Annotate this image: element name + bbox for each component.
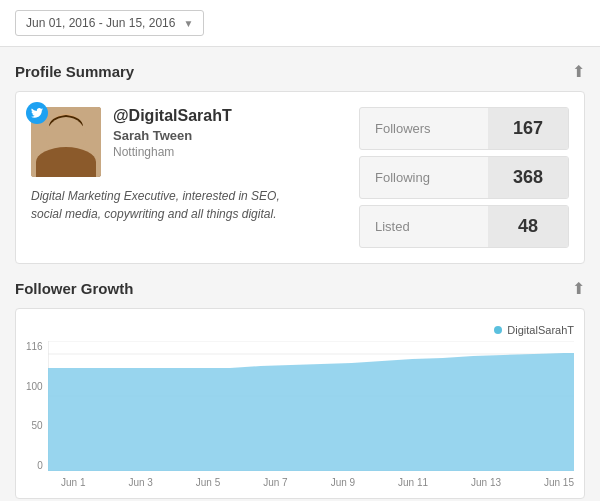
chart-section-header: Follower Growth ⬆: [15, 279, 585, 298]
x-label-jun3: Jun 3: [128, 477, 152, 488]
following-label: Following: [360, 160, 488, 195]
chart-svg-container: [48, 341, 574, 474]
y-label-0: 0: [37, 460, 43, 471]
date-range-label: Jun 01, 2016 - Jun 15, 2016: [26, 16, 175, 30]
stats-container: Followers 167 Following 368 Listed 48: [359, 107, 569, 248]
x-label-jun1: Jun 1: [61, 477, 85, 488]
y-axis: 116 100 50 0: [26, 341, 48, 471]
chart-card: DigitalSarahT 116 100 50 0: [15, 308, 585, 499]
follower-growth-section: Follower Growth ⬆ DigitalSarahT 116 100 …: [15, 279, 585, 499]
profile-top: @DigitalSarahT Sarah Tween Nottingham: [31, 107, 311, 177]
chart-legend: DigitalSarahT: [26, 324, 574, 336]
chevron-down-icon: ▼: [183, 18, 193, 29]
followers-stat: Followers 167: [359, 107, 569, 150]
legend-label: DigitalSarahT: [507, 324, 574, 336]
x-label-jun9: Jun 9: [331, 477, 355, 488]
chart-svg: [48, 341, 574, 471]
twitter-icon: [31, 108, 43, 118]
following-stat: Following 368: [359, 156, 569, 199]
y-label-50: 50: [32, 420, 43, 431]
profile-info: @DigitalSarahT Sarah Tween Nottingham: [113, 107, 311, 159]
x-label-jun11: Jun 11: [398, 477, 428, 488]
profile-left: @DigitalSarahT Sarah Tween Nottingham Di…: [31, 107, 311, 223]
profile-card: @DigitalSarahT Sarah Tween Nottingham Di…: [15, 91, 585, 264]
profile-handle: @DigitalSarahT: [113, 107, 311, 125]
date-range-picker[interactable]: Jun 01, 2016 - Jun 15, 2016 ▼: [15, 10, 204, 36]
legend-dot-icon: [494, 326, 502, 334]
twitter-badge: [26, 102, 48, 124]
profile-section-header: Profile Summary ⬆: [15, 62, 585, 81]
following-value: 368: [488, 157, 568, 198]
chart-section-title: Follower Growth: [15, 280, 133, 297]
listed-label: Listed: [360, 209, 488, 244]
profile-export-icon[interactable]: ⬆: [572, 62, 585, 81]
x-label-jun7: Jun 7: [263, 477, 287, 488]
x-label-jun15: Jun 15: [544, 477, 574, 488]
listed-value: 48: [488, 206, 568, 247]
followers-label: Followers: [360, 111, 488, 146]
profile-name: Sarah Tween: [113, 128, 311, 143]
svg-marker-9: [48, 353, 574, 471]
profile-section-title: Profile Summary: [15, 63, 134, 80]
avatar-container: [31, 107, 101, 177]
followers-value: 167: [488, 108, 568, 149]
x-label-jun5: Jun 5: [196, 477, 220, 488]
chart-body: 116 100 50 0: [26, 341, 574, 474]
profile-summary-section: Profile Summary ⬆: [15, 62, 585, 264]
listed-stat: Listed 48: [359, 205, 569, 248]
x-axis: Jun 1 Jun 3 Jun 5 Jun 7 Jun 9 Jun 11 Jun…: [26, 477, 574, 488]
y-label-116: 116: [26, 341, 43, 352]
x-label-jun13: Jun 13: [471, 477, 501, 488]
chart-export-icon[interactable]: ⬆: [572, 279, 585, 298]
top-bar: Jun 01, 2016 - Jun 15, 2016 ▼: [0, 0, 600, 47]
svg-point-3: [50, 116, 82, 148]
svg-point-2: [38, 150, 94, 177]
profile-bio: Digital Marketing Executive, interested …: [31, 187, 311, 223]
y-label-100: 100: [26, 381, 43, 392]
profile-location: Nottingham: [113, 145, 311, 159]
